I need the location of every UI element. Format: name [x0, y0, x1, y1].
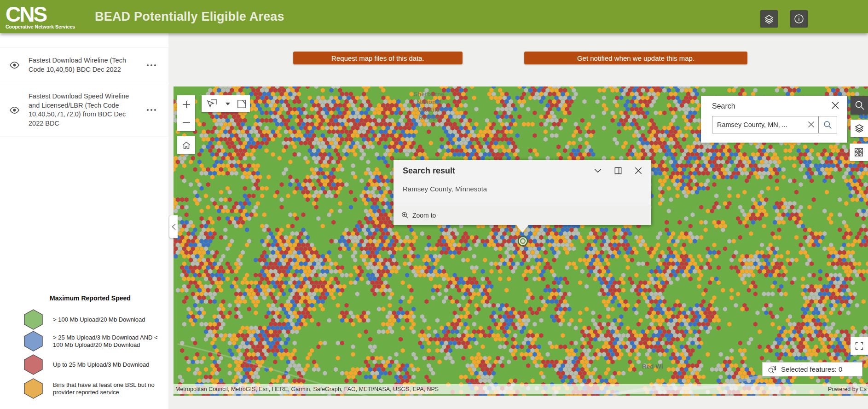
- map-label-refuge: Sherburne National Wildlife Refuge: [400, 90, 457, 121]
- green-hexagon-swatch: [23, 309, 44, 330]
- zoom-to-icon: [401, 211, 409, 219]
- get-notified-button[interactable]: Get notified when we update this map.: [524, 52, 747, 64]
- header-layers-button[interactable]: [760, 10, 778, 28]
- layer-item-wireline-licensed[interactable]: Fastest Download Speed Wireline and Lice…: [0, 83, 168, 137]
- home-extent-button[interactable]: [177, 136, 195, 154]
- select-features-icon: [767, 364, 777, 374]
- search-input-row: [712, 116, 837, 133]
- zoom-in-button[interactable]: [177, 95, 195, 113]
- legend-label: Up to 25 Mb Upload/3 Mb Download: [53, 361, 162, 369]
- cursor-select-icon: [206, 98, 218, 109]
- zoom-to-label: Zoom to: [412, 212, 436, 219]
- popup-pointer: [516, 225, 529, 233]
- page-title: BEAD Potentially Eligible Areas: [95, 10, 284, 24]
- legend-title: Maximum Reported Speed: [50, 294, 168, 302]
- select-tool-button[interactable]: [202, 95, 223, 112]
- visibility-eye-icon[interactable]: [0, 105, 29, 115]
- popup-header: Search result: [393, 160, 651, 181]
- search-submit-button[interactable]: [819, 116, 837, 133]
- search-icon: [823, 120, 833, 130]
- search-close-icon[interactable]: [831, 101, 840, 110]
- selected-features-badge[interactable]: Selected features: 0: [762, 362, 862, 376]
- layer-label: Fastest Download Wireline (Tech Code 10,…: [29, 56, 139, 74]
- search-widget-toggle-button[interactable]: [851, 96, 868, 115]
- info-icon: [793, 13, 804, 24]
- search-input[interactable]: [712, 116, 819, 133]
- rectangle-select-icon: [237, 99, 247, 109]
- blue-hexagon-swatch: [23, 330, 44, 352]
- legend-item-green: > 100 Mb Upload/20 Mb Download: [0, 309, 168, 330]
- popup-title: Search result: [403, 166, 455, 176]
- map-legend: Maximum Reported Speed > 100 Mb Upload/2…: [0, 294, 168, 399]
- layer-label: Fastest Download Speed Wireline and Lice…: [29, 92, 139, 128]
- layer-item-wireline[interactable]: Fastest Download Wireline (Tech Code 10,…: [0, 47, 168, 83]
- search-panel: Search: [701, 96, 847, 143]
- fullscreen-button[interactable]: [851, 337, 868, 355]
- search-panel-title: Search: [712, 102, 735, 110]
- home-icon: [181, 140, 191, 150]
- red-hexagon-swatch: [23, 354, 44, 375]
- legend-item-blue: > 25 Mb Upload/3 Mb Download AND < 100 M…: [0, 330, 168, 352]
- attribution-sources: Metropolitan Council, MetroGIS, Esri, HE…: [175, 386, 439, 392]
- layer-options-ellipsis-icon[interactable]: [146, 109, 156, 111]
- logo-acronym: CNS: [6, 4, 85, 25]
- close-icon[interactable]: [634, 166, 643, 175]
- plus-icon: [182, 100, 191, 109]
- caret-down-icon: [226, 103, 230, 105]
- sidebar-collapse-tab[interactable]: [169, 215, 178, 238]
- app-header: CNS Cooperative Network Services BEAD Po…: [0, 0, 868, 33]
- legend-item-red: Up to 25 Mb Upload/3 Mb Download: [0, 354, 168, 375]
- clear-search-icon[interactable]: [807, 121, 815, 128]
- map-label-place: Red Wi: [642, 363, 663, 370]
- request-map-files-button[interactable]: Request map files of this data.: [293, 52, 463, 64]
- orange-hexagon-swatch: [23, 378, 44, 399]
- layer-options-ellipsis-icon[interactable]: [146, 64, 156, 67]
- legend-item-orange: Bins that have at least one BSL but no p…: [0, 378, 168, 399]
- cns-logo: CNS Cooperative Network Services: [6, 4, 85, 29]
- header-info-button[interactable]: [790, 10, 808, 28]
- select-tool-dropdown[interactable]: [223, 95, 233, 112]
- zoom-out-button[interactable]: [177, 113, 195, 131]
- legend-label: > 100 Mb Upload/20 Mb Download: [53, 316, 162, 323]
- application-window: CNS Cooperative Network Services BEAD Po…: [0, 0, 868, 409]
- powered-by: Powered by Es: [828, 386, 867, 392]
- zoom-to-button[interactable]: Zoom to: [393, 205, 651, 225]
- visibility-eye-icon[interactable]: [0, 60, 29, 70]
- layer-list-toggle-button[interactable]: [851, 120, 868, 137]
- basemap-grid-icon: [854, 147, 864, 157]
- layers-icon: [854, 123, 865, 134]
- search-result-popup: Search result Ramsey County, Minnesota: [393, 160, 651, 225]
- zoom-control: [177, 95, 195, 131]
- rectangle-select-button[interactable]: [233, 95, 250, 112]
- fullscreen-icon: [855, 341, 864, 351]
- selection-toolbar: [202, 95, 250, 112]
- layer-list: Fastest Download Wireline (Tech Code 10,…: [0, 47, 168, 137]
- collapse-chevron-icon[interactable]: [593, 166, 602, 175]
- layer-sidebar: Fastest Download Wireline (Tech Code 10,…: [0, 33, 168, 409]
- map-attribution: Metropolitan Council, MetroGIS, Esri, HE…: [174, 384, 868, 394]
- search-result-marker[interactable]: [517, 235, 529, 247]
- layers-icon: [764, 13, 775, 24]
- dock-icon[interactable]: [613, 166, 623, 175]
- logo-tagline: Cooperative Network Services: [6, 24, 85, 29]
- minus-icon: [182, 118, 191, 127]
- legend-label: > 25 Mb Upload/3 Mb Download AND < 100 M…: [53, 334, 162, 348]
- search-icon: [854, 100, 865, 111]
- legend-label: Bins that have at least one BSL but no p…: [53, 381, 162, 396]
- popup-result-text: Ramsey County, Minnesota: [393, 181, 651, 205]
- map-canvas-area[interactable]: Sherburne National Wildlife Refuge Red W…: [174, 86, 868, 396]
- basemap-gallery-button[interactable]: [850, 144, 868, 161]
- chevron-left-icon: [172, 224, 176, 230]
- selected-features-text: Selected features: 0: [781, 365, 842, 373]
